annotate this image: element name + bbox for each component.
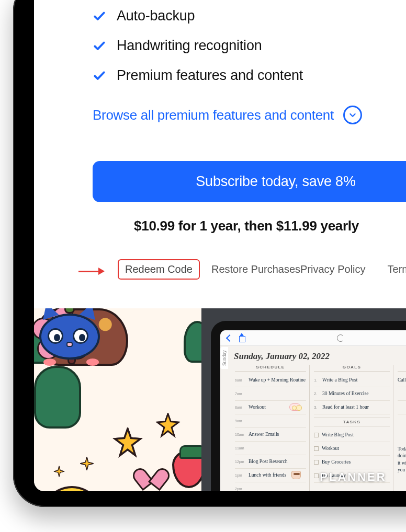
goal-entry: Write a Blog Post bbox=[322, 378, 357, 383]
goals-column: GOALS 1.Write a Blog Post 2.30 Minutes o… bbox=[309, 365, 393, 491]
undo-icon[interactable] bbox=[336, 334, 345, 342]
checkbox-icon bbox=[314, 473, 319, 478]
task-entry: Write Blog Post bbox=[322, 433, 354, 438]
planner-toolbar: T bbox=[220, 330, 406, 346]
weekday-tab: Sunday bbox=[220, 347, 228, 369]
extra-column: TO CALL / Call Dail Today of doing my it… bbox=[393, 365, 406, 491]
feature-item: Auto-backup bbox=[93, 8, 406, 24]
feature-text: Premium features and content bbox=[117, 67, 303, 84]
checkbox-icon bbox=[314, 460, 319, 465]
sticker-strawberry-icon bbox=[172, 450, 201, 488]
sticker-star-icon bbox=[112, 427, 143, 458]
journal-line: you all bbox=[398, 467, 406, 473]
planner-device-frame: T Sunday Sunday, January 02, 2022 bbox=[211, 321, 406, 491]
journal-line: Today of bbox=[398, 446, 406, 453]
feature-item: Handwriting recognition bbox=[93, 38, 406, 54]
sticker-star-icon bbox=[155, 413, 181, 438]
journal-line: it will ty bbox=[398, 460, 406, 467]
schedule-entry: Workout bbox=[249, 405, 266, 410]
goal-entry: Read for at least 1 hour bbox=[322, 405, 369, 410]
feature-list: Auto-backup Handwriting recognition Prem… bbox=[34, 0, 406, 84]
task-entry: Do Laundry bbox=[322, 473, 346, 479]
feature-item: Premium features and content bbox=[93, 67, 406, 84]
feature-text: Auto-backup bbox=[117, 8, 195, 24]
schedule-entry: Wake up + Morning Routine bbox=[249, 378, 306, 383]
check-icon bbox=[93, 39, 106, 53]
schedule-heading: SCHEDULE bbox=[235, 365, 306, 372]
task-entry: Workout bbox=[322, 446, 339, 452]
sticker-bush-icon bbox=[34, 366, 81, 429]
tocall-heading: TO CALL / bbox=[398, 365, 406, 372]
planner-screen: T Sunday Sunday, January 02, 2022 bbox=[220, 330, 406, 491]
schedule-entry: Lunch with friends bbox=[249, 473, 286, 478]
sticker-cup-icon bbox=[291, 471, 301, 479]
checkbox-icon bbox=[314, 433, 319, 437]
redeem-code-link[interactable]: Redeem Code bbox=[118, 259, 200, 280]
promo-strip: T Sunday Sunday, January 02, 2022 bbox=[34, 308, 406, 491]
task-entry: Buy Groceries bbox=[322, 460, 351, 465]
annotation-arrow-icon bbox=[78, 268, 105, 275]
back-icon[interactable] bbox=[224, 334, 233, 342]
sticker-eggs-icon bbox=[289, 403, 301, 411]
planner-tile[interactable]: T Sunday Sunday, January 02, 2022 bbox=[201, 308, 406, 491]
share-icon[interactable] bbox=[238, 334, 246, 342]
price-line: $10.99 for 1 year, then $11.99 yearly bbox=[34, 218, 400, 234]
tablet-screen: Auto-backup Handwriting recognition Prem… bbox=[34, 0, 406, 491]
journal-line: doing my bbox=[398, 453, 406, 459]
restore-purchases-link[interactable]: Restore Purchases bbox=[211, 263, 300, 275]
privacy-policy-link[interactable]: Privacy Policy bbox=[300, 263, 365, 275]
browse-premium-link[interactable]: Browse all premium features and content bbox=[93, 107, 334, 123]
sticker-sparkle-icon bbox=[79, 456, 95, 471]
chevron-down-icon[interactable] bbox=[343, 106, 362, 124]
schedule-column: SCHEDULE 6amWake up + Morning Routine 7a… bbox=[231, 365, 309, 491]
call-entry: Call bbox=[398, 378, 406, 383]
sticker-sparkle-icon bbox=[53, 465, 65, 478]
sticker-lemon-icon bbox=[34, 486, 110, 491]
terms-link[interactable]: Terms of U bbox=[388, 263, 406, 275]
check-icon bbox=[93, 69, 106, 83]
schedule-entry: Blog Post Research bbox=[249, 459, 287, 465]
subscribe-button[interactable]: Subscribe today, save 8% bbox=[93, 161, 406, 202]
feature-text: Handwriting recognition bbox=[117, 38, 262, 54]
browse-premium-row[interactable]: Browse all premium features and content bbox=[34, 106, 406, 124]
check-icon bbox=[93, 9, 106, 23]
planner-date: Sunday, January 02, 2022 bbox=[220, 346, 406, 365]
stickers-tile[interactable] bbox=[34, 308, 201, 491]
checkbox-icon bbox=[314, 446, 319, 451]
goals-heading: GOALS bbox=[314, 365, 390, 372]
schedule-entry: Answer Emails bbox=[249, 432, 279, 437]
sticker-heart-icon bbox=[139, 461, 161, 481]
tasks-heading: TASKS bbox=[314, 418, 390, 426]
goal-entry: 30 Minutes of Exercise bbox=[322, 391, 368, 397]
